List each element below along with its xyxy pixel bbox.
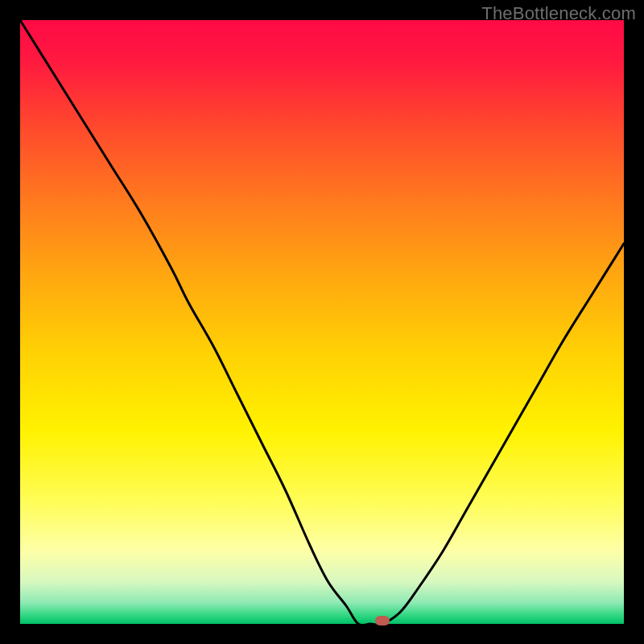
- plot-area: [20, 20, 624, 624]
- watermark-text: TheBottleneck.com: [481, 3, 636, 24]
- optimal-marker: [375, 616, 390, 625]
- chart-frame: TheBottleneck.com: [0, 0, 644, 644]
- bottleneck-curve: [20, 20, 624, 624]
